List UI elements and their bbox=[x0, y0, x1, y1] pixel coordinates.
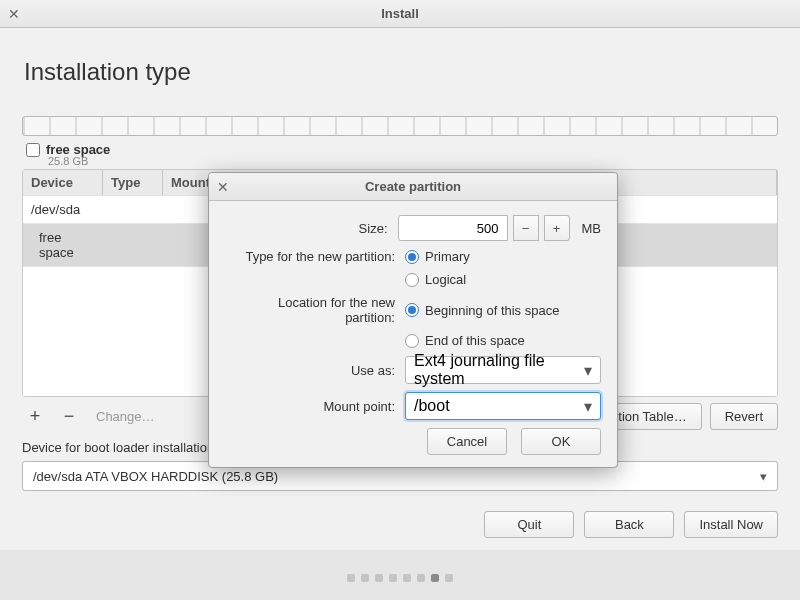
type-primary-radio[interactable]: Primary bbox=[405, 249, 601, 264]
remove-partition-button[interactable]: − bbox=[56, 405, 82, 429]
install-now-button[interactable]: Install Now bbox=[684, 511, 778, 538]
window-titlebar: ✕ Install bbox=[0, 0, 800, 28]
dialog-actions: Cancel OK bbox=[225, 428, 601, 455]
pager-dot[interactable] bbox=[417, 574, 425, 582]
location-begin-label: Beginning of this space bbox=[425, 303, 559, 318]
pager-dot[interactable] bbox=[431, 574, 439, 582]
pager-dot[interactable] bbox=[375, 574, 383, 582]
dialog-titlebar: ✕ Create partition bbox=[209, 173, 617, 201]
radio-icon bbox=[405, 273, 419, 287]
col-device[interactable]: Device bbox=[23, 170, 103, 195]
size-label: Size: bbox=[225, 221, 398, 236]
type-label: Type for the new partition: bbox=[225, 249, 405, 264]
useas-select[interactable]: Ext4 journaling file system bbox=[405, 356, 601, 384]
disk-usage-bar[interactable] bbox=[22, 116, 778, 136]
location-end-radio[interactable]: End of this space bbox=[405, 333, 601, 348]
freespace-checkbox[interactable] bbox=[26, 143, 40, 157]
window-title: Install bbox=[381, 6, 419, 21]
cell-device: /dev/sda bbox=[23, 196, 103, 223]
size-plus-button[interactable]: + bbox=[544, 215, 570, 241]
back-button[interactable]: Back bbox=[584, 511, 674, 538]
type-logical-label: Logical bbox=[425, 272, 466, 287]
pager-dot[interactable] bbox=[389, 574, 397, 582]
quit-button[interactable]: Quit bbox=[484, 511, 574, 538]
mountpoint-value: /boot bbox=[414, 397, 450, 415]
revert-button[interactable]: Revert bbox=[710, 403, 778, 430]
size-input[interactable] bbox=[398, 215, 508, 241]
col-type[interactable]: Type bbox=[103, 170, 163, 195]
type-primary-label: Primary bbox=[425, 249, 470, 264]
close-icon[interactable]: ✕ bbox=[8, 7, 20, 21]
pager-dot[interactable] bbox=[403, 574, 411, 582]
create-partition-dialog: ✕ Create partition Size: − + MB Type for… bbox=[208, 172, 618, 468]
change-button[interactable]: Change… bbox=[96, 409, 155, 424]
pager-dot[interactable] bbox=[347, 574, 355, 582]
mountpoint-select[interactable]: /boot bbox=[405, 392, 601, 420]
dialog-title: Create partition bbox=[365, 179, 461, 194]
freespace-size: 25.8 GB bbox=[48, 155, 88, 167]
location-end-label: End of this space bbox=[425, 333, 525, 348]
cancel-button[interactable]: Cancel bbox=[427, 428, 507, 455]
footer-buttons: Quit Back Install Now bbox=[22, 511, 778, 538]
location-begin-radio[interactable]: Beginning of this space bbox=[405, 303, 601, 318]
step-pager bbox=[0, 574, 800, 582]
location-label: Location for the new partition: bbox=[225, 295, 405, 325]
useas-label: Use as: bbox=[225, 363, 405, 378]
bootloader-value: /dev/sda ATA VBOX HARDDISK (25.8 GB) bbox=[33, 469, 278, 484]
size-minus-button[interactable]: − bbox=[513, 215, 539, 241]
useas-value: Ext4 journaling file system bbox=[414, 352, 592, 388]
size-unit: MB bbox=[582, 221, 602, 236]
radio-icon bbox=[405, 334, 419, 348]
radio-icon bbox=[405, 303, 419, 317]
pager-dot[interactable] bbox=[445, 574, 453, 582]
ok-button[interactable]: OK bbox=[521, 428, 601, 455]
type-logical-radio[interactable]: Logical bbox=[405, 272, 601, 287]
cell-freespace: free space bbox=[23, 224, 103, 266]
add-partition-button[interactable]: + bbox=[22, 405, 48, 429]
mountpoint-label: Mount point: bbox=[225, 399, 405, 414]
pager-dot[interactable] bbox=[361, 574, 369, 582]
radio-icon bbox=[405, 250, 419, 264]
close-icon[interactable]: ✕ bbox=[217, 179, 229, 195]
page-heading: Installation type bbox=[24, 58, 778, 86]
